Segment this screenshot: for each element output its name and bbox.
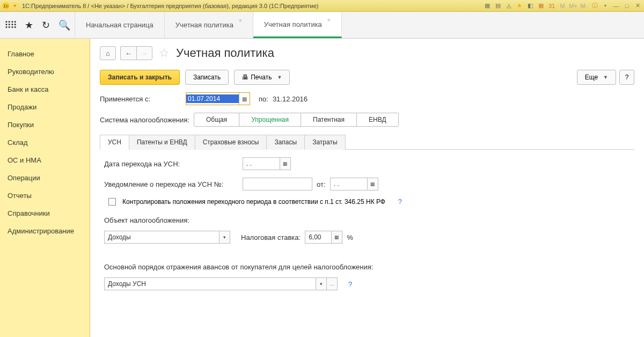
applies-from-label: Применяется с: bbox=[100, 95, 181, 103]
save-button[interactable]: Записать bbox=[185, 70, 229, 85]
notice-date-input[interactable]: . . bbox=[330, 178, 368, 191]
object-label: Объект налогообложения: bbox=[104, 216, 634, 224]
tab-close-icon[interactable]: × bbox=[239, 18, 242, 24]
inner-tab-costs[interactable]: Затраты bbox=[304, 135, 345, 150]
more-label: Еще bbox=[585, 74, 598, 81]
sidebar-item-admin[interactable]: Администрирование bbox=[0, 222, 90, 240]
transition-date-label: Дата перехода на УСН: bbox=[104, 160, 238, 168]
save-close-button[interactable]: Записать и закрыть bbox=[100, 70, 180, 85]
notice-from-label: от: bbox=[317, 180, 326, 188]
sidebar-item-main[interactable]: Главное bbox=[0, 45, 90, 63]
inner-tabs: УСН Патенты и ЕНВД Страховые взносы Запа… bbox=[100, 134, 634, 150]
info-icon[interactable]: ⓘ bbox=[590, 2, 599, 10]
print-button[interactable]: 🖶 Печать ▼ bbox=[234, 70, 290, 85]
calculator-icon[interactable]: ▦ bbox=[332, 231, 342, 244]
sidebar-item-warehouse[interactable]: Склад bbox=[0, 134, 90, 151]
help-link-icon[interactable]: ? bbox=[398, 198, 402, 206]
favorite-icon[interactable]: ★ bbox=[515, 2, 524, 10]
window-title: 1С:Предприниматель 8 / <Не указан> / Бух… bbox=[22, 3, 483, 9]
star-icon[interactable]: ★ bbox=[25, 19, 33, 31]
inner-tab-patents[interactable]: Патенты и ЕНВД bbox=[129, 135, 195, 150]
applies-from-field[interactable]: 01.07.2014 ▦ bbox=[186, 92, 250, 105]
minimize-icon[interactable]: — bbox=[612, 2, 620, 10]
calendar-icon[interactable]: ▦ bbox=[239, 93, 250, 105]
close-icon[interactable]: ✕ bbox=[633, 2, 642, 10]
m-minus-icon[interactable]: M- bbox=[580, 2, 588, 10]
more-button[interactable]: Еще ▼ bbox=[577, 70, 616, 85]
transition-date-input[interactable]: . . bbox=[243, 157, 280, 170]
history-icon[interactable]: ↻ bbox=[42, 19, 50, 31]
sidebar-item-manager[interactable]: Руководителю bbox=[0, 63, 90, 80]
notice-label: Уведомление о переходе на УСН №: bbox=[104, 180, 238, 188]
back-button[interactable]: ← bbox=[120, 46, 136, 60]
applies-from-value[interactable]: 01.07.2014 bbox=[186, 94, 239, 103]
content-header: ⌂ ← → ☆ Учетная политика bbox=[100, 46, 634, 60]
main-area: Главное Руководителю Банк и касса Продаж… bbox=[0, 39, 644, 337]
app-icon: 1c bbox=[2, 2, 10, 10]
titlebar-icon-7[interactable]: 31 bbox=[547, 2, 556, 10]
object-select[interactable]: Доходы bbox=[104, 231, 219, 244]
open-icon[interactable]: … bbox=[327, 277, 338, 290]
sidebar-item-sales[interactable]: Продажи bbox=[0, 98, 90, 116]
tab-bar: Начальная страница Учетная политика × Уч… bbox=[75, 12, 342, 38]
sidebar-item-directories[interactable]: Справочники bbox=[0, 204, 90, 222]
inner-tab-usn[interactable]: УСН bbox=[100, 135, 129, 150]
advance-label: Основной порядок отражения авансов от по… bbox=[104, 263, 634, 271]
calendar-icon[interactable]: ▦ bbox=[280, 157, 291, 170]
rate-input[interactable]: 6,00 bbox=[305, 231, 332, 244]
titlebar-icon-5[interactable]: ◧ bbox=[526, 2, 535, 10]
app-menu-icon[interactable]: ▾ bbox=[11, 2, 19, 10]
dropdown-icon[interactable]: ▾ bbox=[219, 231, 230, 244]
help-link-icon[interactable]: ? bbox=[348, 280, 352, 288]
control-checkbox-label: Контролировать положения переходного пер… bbox=[122, 198, 385, 206]
titlebar-right-icons: ▦ ▤ ◬ ★ ◧ ▦ 31 M M+ M- ⓘ ▾ — □ ✕ bbox=[483, 2, 642, 10]
seg-patent[interactable]: Патентная bbox=[301, 113, 357, 126]
search-icon[interactable]: 🔍 bbox=[58, 19, 70, 31]
titlebar-icon-1[interactable]: ▦ bbox=[483, 2, 492, 10]
help-button[interactable]: ? bbox=[619, 70, 634, 85]
inner-tab-stock[interactable]: Запасы bbox=[266, 135, 305, 150]
maximize-icon[interactable]: □ bbox=[623, 2, 631, 10]
titlebar-icon-3[interactable]: ◬ bbox=[504, 2, 513, 10]
sidebar: Главное Руководителю Банк и касса Продаж… bbox=[0, 39, 90, 337]
inner-tab-insurance[interactable]: Страховые взносы bbox=[195, 135, 267, 150]
dropdown-icon[interactable]: ▾ bbox=[316, 277, 327, 290]
rate-unit: % bbox=[347, 233, 353, 241]
tax-system-label: Система налогообложения: bbox=[100, 116, 189, 124]
control-checkbox[interactable] bbox=[108, 198, 116, 206]
sidebar-item-assets[interactable]: ОС и НМА bbox=[0, 151, 90, 169]
advance-select[interactable]: Доходы УСН bbox=[104, 277, 316, 290]
notice-number-input[interactable] bbox=[243, 178, 312, 191]
tab-policy-1[interactable]: Учетная политика × bbox=[165, 12, 253, 38]
m-plus-icon[interactable]: M+ bbox=[569, 2, 577, 10]
caret-down-icon: ▼ bbox=[603, 75, 608, 80]
home-button[interactable]: ⌂ bbox=[100, 46, 116, 60]
tab-close-icon[interactable]: × bbox=[327, 17, 331, 23]
main-toolbar: ⠿⠿ ★ ↻ 🔍 Начальная страница Учетная поли… bbox=[0, 12, 644, 39]
usn-form: Дата перехода на УСН: . . ▦ Уведомление … bbox=[100, 157, 634, 290]
titlebar-icon-2[interactable]: ▤ bbox=[494, 2, 502, 10]
forward-button[interactable]: → bbox=[136, 46, 152, 60]
m-icon-1[interactable]: M bbox=[558, 2, 567, 10]
info-dropdown-icon[interactable]: ▾ bbox=[601, 2, 610, 10]
sidebar-item-purchases[interactable]: Покупки bbox=[0, 116, 90, 134]
tax-system-row: Система налогообложения: Общая Упрощенна… bbox=[100, 113, 634, 127]
tax-system-segmented: Общая Упрощенная Патентная ЕНВД bbox=[194, 113, 399, 127]
seg-general[interactable]: Общая bbox=[194, 113, 239, 126]
titlebar: 1c ▾ 1С:Предприниматель 8 / <Не указан> … bbox=[0, 0, 644, 12]
seg-envd[interactable]: ЕНВД bbox=[357, 113, 398, 126]
calendar-icon[interactable]: ▦ bbox=[368, 178, 378, 191]
sidebar-item-reports[interactable]: Отчеты bbox=[0, 187, 90, 204]
page-title: Учетная политика bbox=[176, 46, 274, 60]
sidebar-item-bank[interactable]: Банк и касса bbox=[0, 80, 90, 98]
printer-icon: 🖶 bbox=[242, 74, 248, 81]
print-label: Печать bbox=[251, 74, 272, 81]
tab-home[interactable]: Начальная страница bbox=[75, 12, 165, 38]
seg-simplified[interactable]: Упрощенная bbox=[239, 113, 301, 126]
tab-policy-2[interactable]: Учетная политика × bbox=[253, 12, 342, 38]
sidebar-item-operations[interactable]: Операции bbox=[0, 169, 90, 187]
calendar-icon[interactable]: ▦ bbox=[537, 2, 545, 10]
to-value: 31.12.2016 bbox=[273, 95, 308, 103]
apps-icon[interactable]: ⠿⠿ bbox=[4, 19, 16, 31]
favorite-page-icon[interactable]: ☆ bbox=[159, 46, 170, 60]
